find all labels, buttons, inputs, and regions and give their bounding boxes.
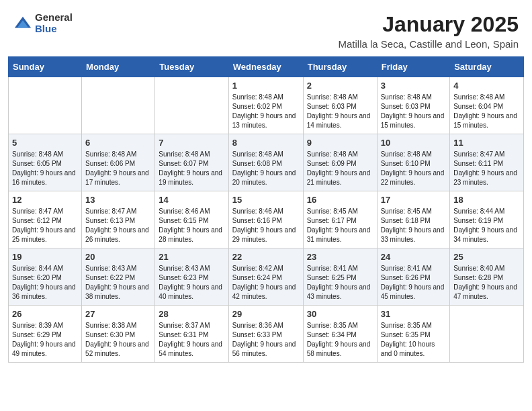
day-number: 31	[381, 309, 447, 319]
day-number: 24	[381, 252, 447, 262]
calendar-cell: 6Sunrise: 8:48 AM Sunset: 6:06 PM Daylig…	[82, 134, 155, 191]
day-info: Sunrise: 8:45 AM Sunset: 6:17 PM Dayligh…	[307, 207, 373, 244]
col-sunday: Sunday	[9, 57, 82, 77]
day-number: 5	[12, 138, 78, 148]
day-number: 20	[85, 252, 151, 262]
day-info: Sunrise: 8:35 AM Sunset: 6:34 PM Dayligh…	[307, 321, 373, 359]
day-info: Sunrise: 8:39 AM Sunset: 6:29 PM Dayligh…	[12, 321, 78, 359]
day-number: 8	[232, 138, 300, 148]
day-number: 1	[232, 81, 300, 91]
col-saturday: Saturday	[450, 57, 524, 77]
calendar-cell: 3Sunrise: 8:48 AM Sunset: 6:03 PM Daylig…	[377, 77, 450, 134]
calendar-cell	[155, 77, 228, 134]
day-number: 19	[12, 252, 78, 262]
day-number: 30	[307, 309, 373, 319]
col-tuesday: Tuesday	[155, 57, 228, 77]
calendar-cell: 18Sunrise: 8:44 AM Sunset: 6:19 PM Dayli…	[450, 191, 524, 248]
calendar-cell: 17Sunrise: 8:45 AM Sunset: 6:18 PM Dayli…	[377, 191, 450, 248]
day-number: 18	[453, 195, 520, 205]
day-info: Sunrise: 8:46 AM Sunset: 6:15 PM Dayligh…	[159, 207, 224, 244]
day-number: 9	[307, 138, 373, 148]
day-info: Sunrise: 8:47 AM Sunset: 6:12 PM Dayligh…	[12, 207, 78, 244]
day-number: 2	[307, 81, 373, 91]
calendar-cell: 8Sunrise: 8:48 AM Sunset: 6:08 PM Daylig…	[228, 134, 303, 191]
calendar-cell: 10Sunrise: 8:48 AM Sunset: 6:10 PM Dayli…	[377, 134, 450, 191]
calendar-cell	[450, 306, 524, 363]
logo-blue-text: Blue	[35, 24, 73, 35]
day-number: 11	[453, 138, 520, 148]
day-number: 3	[381, 81, 447, 91]
day-info: Sunrise: 8:44 AM Sunset: 6:19 PM Dayligh…	[453, 207, 520, 244]
calendar-cell: 1Sunrise: 8:48 AM Sunset: 6:02 PM Daylig…	[228, 77, 303, 134]
day-info: Sunrise: 8:36 AM Sunset: 6:33 PM Dayligh…	[232, 321, 300, 359]
page-header: General Blue January 2025 Matilla la Sec…	[0, 0, 532, 56]
calendar-cell: 15Sunrise: 8:46 AM Sunset: 6:16 PM Dayli…	[228, 191, 303, 248]
calendar-cell: 23Sunrise: 8:41 AM Sunset: 6:25 PM Dayli…	[303, 248, 377, 306]
col-wednesday: Wednesday	[228, 57, 303, 77]
day-info: Sunrise: 8:42 AM Sunset: 6:24 PM Dayligh…	[232, 264, 300, 302]
calendar-cell: 27Sunrise: 8:38 AM Sunset: 6:30 PM Dayli…	[82, 306, 155, 363]
calendar-cell: 13Sunrise: 8:47 AM Sunset: 6:13 PM Dayli…	[82, 191, 155, 248]
calendar-title: January 2025	[339, 12, 519, 37]
day-info: Sunrise: 8:40 AM Sunset: 6:28 PM Dayligh…	[453, 264, 520, 302]
day-info: Sunrise: 8:48 AM Sunset: 6:02 PM Dayligh…	[232, 93, 300, 130]
calendar-cell: 30Sunrise: 8:35 AM Sunset: 6:34 PM Dayli…	[303, 306, 377, 363]
calendar-cell: 11Sunrise: 8:47 AM Sunset: 6:11 PM Dayli…	[450, 134, 524, 191]
calendar-cell: 29Sunrise: 8:36 AM Sunset: 6:33 PM Dayli…	[228, 306, 303, 363]
day-info: Sunrise: 8:48 AM Sunset: 6:03 PM Dayligh…	[307, 93, 373, 130]
day-number: 4	[453, 81, 520, 91]
col-friday: Friday	[377, 57, 450, 77]
calendar-cell: 21Sunrise: 8:43 AM Sunset: 6:23 PM Dayli…	[155, 248, 228, 306]
day-info: Sunrise: 8:48 AM Sunset: 6:03 PM Dayligh…	[381, 93, 447, 130]
day-info: Sunrise: 8:41 AM Sunset: 6:25 PM Dayligh…	[307, 264, 373, 302]
logo: General Blue	[13, 12, 73, 34]
calendar-wrapper: Sunday Monday Tuesday Wednesday Thursday…	[0, 56, 532, 371]
day-number: 21	[159, 252, 224, 262]
day-number: 27	[85, 309, 151, 319]
day-info: Sunrise: 8:48 AM Sunset: 6:05 PM Dayligh…	[12, 150, 78, 187]
day-info: Sunrise: 8:43 AM Sunset: 6:23 PM Dayligh…	[159, 264, 224, 302]
calendar-cell: 25Sunrise: 8:40 AM Sunset: 6:28 PM Dayli…	[450, 248, 524, 306]
col-monday: Monday	[82, 57, 155, 77]
day-number: 6	[85, 138, 151, 148]
day-info: Sunrise: 8:48 AM Sunset: 6:07 PM Dayligh…	[159, 150, 224, 187]
day-number: 14	[159, 195, 224, 205]
calendar-cell: 19Sunrise: 8:44 AM Sunset: 6:20 PM Dayli…	[9, 248, 82, 306]
calendar-header-row: Sunday Monday Tuesday Wednesday Thursday…	[9, 57, 524, 77]
day-number: 17	[381, 195, 447, 205]
day-info: Sunrise: 8:48 AM Sunset: 6:08 PM Dayligh…	[232, 150, 300, 187]
calendar-cell: 31Sunrise: 8:35 AM Sunset: 6:35 PM Dayli…	[377, 306, 450, 363]
day-number: 25	[453, 252, 520, 262]
calendar-cell: 28Sunrise: 8:37 AM Sunset: 6:31 PM Dayli…	[155, 306, 228, 363]
day-number: 28	[159, 309, 224, 319]
day-info: Sunrise: 8:48 AM Sunset: 6:10 PM Dayligh…	[381, 150, 447, 187]
calendar-cell: 4Sunrise: 8:48 AM Sunset: 6:04 PM Daylig…	[450, 77, 524, 134]
calendar-cell: 7Sunrise: 8:48 AM Sunset: 6:07 PM Daylig…	[155, 134, 228, 191]
day-number: 7	[159, 138, 224, 148]
logo-general-text: General	[35, 12, 73, 24]
day-number: 16	[307, 195, 373, 205]
calendar-cell: 9Sunrise: 8:48 AM Sunset: 6:09 PM Daylig…	[303, 134, 377, 191]
day-number: 29	[232, 309, 300, 319]
calendar-subtitle: Matilla la Seca, Castille and Leon, Spai…	[339, 38, 519, 50]
day-number: 15	[232, 195, 300, 205]
calendar-cell: 12Sunrise: 8:47 AM Sunset: 6:12 PM Dayli…	[9, 191, 82, 248]
calendar-cell: 26Sunrise: 8:39 AM Sunset: 6:29 PM Dayli…	[9, 306, 82, 363]
day-number: 23	[307, 252, 373, 262]
day-info: Sunrise: 8:48 AM Sunset: 6:09 PM Dayligh…	[307, 150, 373, 187]
day-number: 10	[381, 138, 447, 148]
calendar-cell: 22Sunrise: 8:42 AM Sunset: 6:24 PM Dayli…	[228, 248, 303, 306]
day-info: Sunrise: 8:37 AM Sunset: 6:31 PM Dayligh…	[159, 321, 224, 359]
day-info: Sunrise: 8:35 AM Sunset: 6:35 PM Dayligh…	[381, 321, 447, 359]
calendar-cell: 14Sunrise: 8:46 AM Sunset: 6:15 PM Dayli…	[155, 191, 228, 248]
calendar-cell: 2Sunrise: 8:48 AM Sunset: 6:03 PM Daylig…	[303, 77, 377, 134]
day-info: Sunrise: 8:38 AM Sunset: 6:30 PM Dayligh…	[85, 321, 151, 359]
day-info: Sunrise: 8:46 AM Sunset: 6:16 PM Dayligh…	[232, 207, 300, 244]
calendar-table: Sunday Monday Tuesday Wednesday Thursday…	[8, 56, 524, 363]
calendar-cell: 5Sunrise: 8:48 AM Sunset: 6:05 PM Daylig…	[9, 134, 82, 191]
title-block: January 2025 Matilla la Seca, Castille a…	[339, 12, 519, 50]
day-info: Sunrise: 8:47 AM Sunset: 6:13 PM Dayligh…	[85, 207, 151, 244]
day-number: 26	[12, 309, 78, 319]
col-thursday: Thursday	[303, 57, 377, 77]
day-info: Sunrise: 8:48 AM Sunset: 6:06 PM Dayligh…	[85, 150, 151, 187]
